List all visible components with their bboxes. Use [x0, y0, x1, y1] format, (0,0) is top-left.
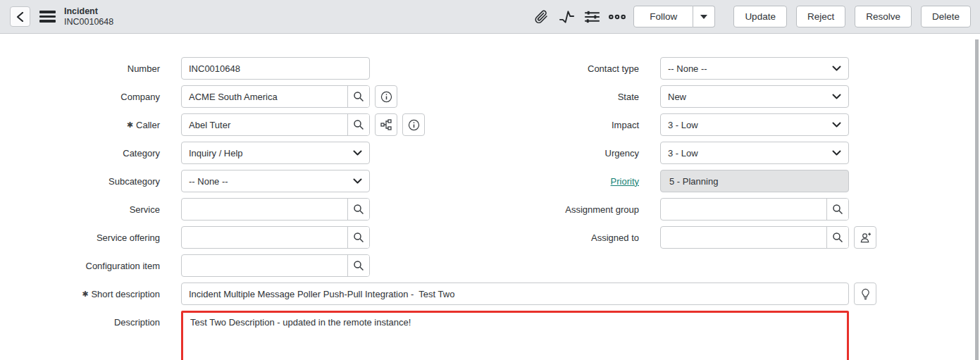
contact-type-label: Contact type [479, 63, 639, 74]
caller-preview-button[interactable] [402, 113, 425, 136]
suggestion-button[interactable] [854, 283, 876, 305]
caller-input[interactable] [182, 114, 347, 135]
chevron-left-icon [16, 12, 24, 22]
subcategory-label: Subcategory [0, 176, 160, 187]
service-input[interactable] [182, 199, 347, 220]
field-row-caller: ✱Caller [0, 113, 479, 136]
caller-show-related-button[interactable] [375, 113, 397, 136]
company-input[interactable] [182, 86, 347, 107]
description-label: Description [0, 311, 160, 328]
chevron-down-icon [353, 150, 362, 156]
more-options-icon[interactable] [608, 8, 626, 26]
assigned-to-search-button[interactable] [826, 227, 848, 248]
caller-search-button[interactable] [347, 114, 369, 135]
attachment-icon[interactable] [532, 8, 550, 26]
field-row-priority: Priority 5 - Planning [479, 170, 980, 192]
number-input[interactable] [182, 58, 369, 79]
short-description-input[interactable] [182, 283, 848, 304]
follow-button[interactable]: Follow [633, 6, 693, 27]
context-menu-icon[interactable] [39, 11, 56, 23]
impact-label: Impact [479, 120, 639, 130]
caller-label: ✱Caller [0, 120, 160, 130]
configuration-item-search-button[interactable] [347, 255, 369, 276]
field-row-short-description: ✱Short description [0, 283, 980, 305]
short-description-label: ✱Short description [0, 289, 160, 299]
vertical-scrollbar[interactable] [975, 39, 979, 360]
lightbulb-icon [860, 288, 871, 300]
person-add-icon [860, 232, 872, 244]
field-row-assigned-to: Assigned to [479, 226, 980, 249]
priority-link[interactable]: Priority [611, 176, 639, 187]
chevron-down-icon [832, 66, 841, 72]
service-label: Service [0, 204, 160, 215]
category-label: Category [0, 148, 160, 159]
chevron-down-icon [832, 94, 841, 100]
urgency-select[interactable]: 3 - Low [660, 142, 849, 164]
field-row-contact-type: Contact type -- None -- [479, 57, 980, 80]
assignment-group-input[interactable] [661, 199, 826, 220]
field-row-subcategory: Subcategory -- None -- [0, 170, 479, 192]
search-icon [353, 119, 364, 130]
field-row-state: State New [479, 85, 980, 108]
field-row-urgency: Urgency 3 - Low [479, 142, 980, 164]
required-icon: ✱ [82, 290, 88, 298]
incident-form: Number Company ✱Caller [0, 34, 980, 360]
update-button[interactable]: Update [733, 6, 787, 27]
subcategory-select[interactable]: -- None -- [181, 170, 370, 192]
search-icon [353, 260, 364, 271]
info-icon [408, 119, 420, 131]
category-select[interactable]: Inquiry / Help [181, 142, 370, 164]
field-row-number: Number [0, 57, 479, 80]
hierarchy-icon [380, 119, 392, 130]
state-select[interactable]: New [660, 85, 849, 108]
urgency-label: Urgency [479, 148, 639, 159]
configuration-item-label: Configuration item [0, 261, 160, 271]
service-offering-input[interactable] [182, 227, 347, 248]
state-label: State [479, 92, 639, 102]
record-title: Incident INC0010648 [64, 6, 113, 27]
chevron-down-icon [353, 178, 362, 185]
assignment-group-search-button[interactable] [826, 199, 848, 220]
required-icon: ✱ [127, 120, 133, 129]
service-offering-search-button[interactable] [347, 227, 369, 248]
form-header: Incident INC0010648 Follow [0, 0, 980, 34]
search-icon [832, 204, 843, 215]
assigned-to-input[interactable] [661, 227, 826, 248]
field-row-category: Category Inquiry / Help [0, 142, 479, 164]
chevron-down-icon [832, 150, 841, 156]
service-search-button[interactable] [347, 199, 369, 220]
priority-value: 5 - Planning [660, 170, 849, 192]
field-row-configuration-item: Configuration item [0, 254, 479, 277]
company-label: Company [0, 92, 160, 102]
service-offering-label: Service offering [0, 232, 160, 243]
company-preview-button[interactable] [375, 85, 397, 108]
field-row-description: Description Test Two Description - updat… [0, 311, 980, 360]
configuration-item-input[interactable] [182, 255, 347, 276]
personalize-form-icon[interactable] [583, 8, 601, 26]
company-search-button[interactable] [347, 86, 369, 107]
back-button[interactable] [10, 6, 30, 27]
info-icon [380, 91, 392, 103]
resolve-button[interactable]: Resolve [855, 6, 912, 27]
search-icon [353, 204, 364, 215]
assignment-group-label: Assignment group [479, 204, 639, 215]
delete-button[interactable]: Delete [921, 6, 971, 27]
field-row-assignment-group: Assignment group [479, 198, 980, 221]
field-row-impact: Impact 3 - Low [479, 113, 980, 136]
contact-type-select[interactable]: -- None -- [660, 57, 849, 80]
search-icon [353, 91, 364, 102]
field-row-service: Service [0, 198, 479, 221]
chevron-down-icon [832, 122, 841, 128]
assign-to-me-button[interactable] [854, 226, 876, 249]
assigned-to-label: Assigned to [479, 232, 639, 243]
field-row-company: Company [0, 85, 479, 108]
caret-down-icon [700, 15, 707, 19]
record-type: Incident [64, 6, 113, 17]
impact-select[interactable]: 3 - Low [660, 113, 849, 136]
reject-button[interactable]: Reject [796, 6, 845, 27]
activity-stream-icon[interactable] [557, 8, 576, 26]
search-icon [832, 232, 843, 243]
description-textarea[interactable]: Test Two Description - updated in the re… [181, 311, 849, 360]
field-row-service-offering: Service offering [0, 226, 479, 249]
follow-dropdown-button[interactable] [693, 6, 715, 27]
